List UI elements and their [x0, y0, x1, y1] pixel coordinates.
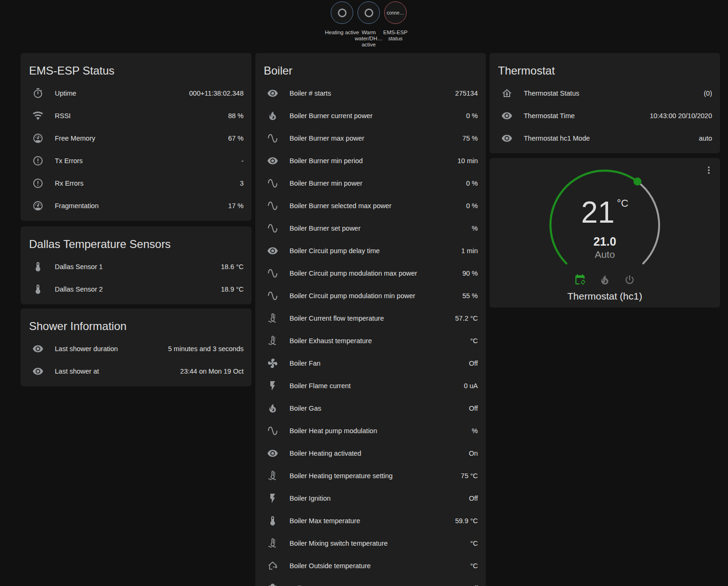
- entity-row[interactable]: Boiler Flame current 0 uA: [255, 375, 486, 397]
- badge-circle: [357, 1, 380, 24]
- entity-row[interactable]: Last shower at 23:44 on Mon 19 Oct: [21, 360, 252, 383]
- dallas-sensors-card: Dallas Temperature Sensors Dallas Sensor…: [21, 226, 252, 304]
- status-badge[interactable]: Heating active: [331, 1, 353, 48]
- entity-state: Off: [469, 495, 478, 502]
- entity-row[interactable]: Dallas Sensor 1 18.6 °C: [21, 255, 252, 278]
- gauge-icon: [32, 133, 44, 144]
- entity-name: Free Memory: [55, 135, 224, 142]
- entity-row[interactable]: Boiler Heat pump modulation %: [255, 420, 486, 442]
- entity-row[interactable]: Thermostat Status (0): [490, 82, 720, 105]
- entity-name: Thermostat hc1 Mode: [524, 135, 695, 142]
- entity-row[interactable]: Boiler Circuit pump delay time 1 min: [255, 240, 486, 262]
- mode-button[interactable]: [599, 274, 611, 286]
- entity-row[interactable]: Boiler Exhaust temperature °C: [255, 330, 486, 352]
- mode-button[interactable]: [624, 274, 636, 286]
- entity-row[interactable]: Boiler Burner set power %: [255, 217, 486, 240]
- entity-row[interactable]: Boiler Mixing switch temperature °C: [255, 532, 486, 555]
- entity-state: 3: [240, 180, 244, 187]
- entity-rows: Uptime 000+11:38:02.348 RSSI 88 % Free M…: [21, 82, 252, 221]
- entity-row[interactable]: Boiler Burner current power 0 %: [255, 105, 486, 127]
- entity-row[interactable]: Dallas Sensor 2 18.9 °C: [21, 278, 252, 301]
- entity-name: Dallas Sensor 2: [55, 285, 217, 293]
- entity-state: 75 °C: [461, 472, 478, 480]
- entity-row[interactable]: Boiler # starts 275134: [255, 82, 486, 105]
- entity-state: 57.2 °C: [455, 315, 478, 322]
- entity-state: %: [472, 427, 478, 435]
- dial-handle[interactable]: [633, 178, 641, 186]
- entity-state: 0 %: [466, 202, 478, 210]
- ring-icon: [336, 7, 349, 19]
- entity-row[interactable]: Fragmentation 17 %: [21, 195, 252, 217]
- status-badge[interactable]: Warm water/DH… active: [357, 1, 380, 48]
- entity-row[interactable]: Boiler Burner min period 10 min: [255, 150, 486, 172]
- entity-row[interactable]: Boiler Current flow temperature 57.2 °C: [255, 307, 486, 330]
- temperature-unit: °C: [617, 197, 629, 209]
- entity-row[interactable]: Boiler Burner min power 0 %: [255, 172, 486, 195]
- current-temperature: 21°C: [490, 197, 720, 227]
- fan-icon: [267, 358, 278, 369]
- eye-icon: [267, 155, 278, 166]
- entity-row[interactable]: Boiler Fan Off: [255, 352, 486, 375]
- flash-icon: [267, 380, 278, 391]
- eye-icon: [501, 133, 513, 144]
- entity-state: 10:43:00 20/10/2020: [650, 112, 712, 120]
- entity-row[interactable]: Boiler Burner max power 75 %: [255, 127, 486, 150]
- entity-name: Boiler Circuit pump modulation min power: [290, 292, 459, 300]
- entity-row[interactable]: Boiler Pump Off: [255, 577, 486, 586]
- entity-row[interactable]: Free Memory 67 %: [21, 127, 252, 150]
- entity-row[interactable]: Uptime 000+11:38:02.348: [21, 82, 252, 105]
- entity-name: Boiler Burner selected max power: [290, 202, 462, 210]
- badge-state-text: conne…: [386, 10, 404, 15]
- entity-state: auto: [699, 135, 712, 142]
- entity-state: °C: [470, 337, 478, 345]
- entity-rows: Thermostat Status (0) Thermostat Time 10…: [490, 82, 720, 153]
- entity-row[interactable]: Boiler Max temperature 59.9 °C: [255, 510, 486, 532]
- entity-row[interactable]: Boiler Outside temperature °C: [255, 555, 486, 577]
- badge-circle: [331, 1, 353, 24]
- home-thermometer-icon: [501, 88, 513, 99]
- entity-row[interactable]: Boiler Heating activated On: [255, 442, 486, 465]
- eye-icon: [32, 343, 44, 354]
- entity-row[interactable]: Boiler Burner selected max power 0 %: [255, 195, 486, 217]
- kebab-menu-icon[interactable]: [703, 165, 714, 176]
- status-badge[interactable]: conne… EMS-ESP status: [384, 1, 407, 48]
- entity-name: RSSI: [55, 112, 224, 120]
- mode-label: Auto: [490, 249, 720, 260]
- entity-row[interactable]: Thermostat hc1 Mode auto: [490, 127, 720, 150]
- entity-row[interactable]: Tx Errors -: [21, 150, 252, 172]
- entity-state: 67 %: [228, 135, 244, 142]
- mode-button[interactable]: [574, 274, 586, 286]
- entity-state: 275134: [455, 90, 478, 97]
- entity-name: Boiler Burner min period: [290, 157, 453, 165]
- thermometer-icon: [32, 284, 44, 295]
- entity-row[interactable]: Last shower duration 5 minutes and 3 sec…: [21, 338, 252, 360]
- entity-state: (0): [704, 90, 712, 97]
- entity-state: 1 min: [461, 247, 478, 255]
- entity-row[interactable]: Boiler Circuit pump modulation max power…: [255, 262, 486, 285]
- sine-wave-icon: [267, 268, 278, 279]
- entity-state: 55 %: [462, 292, 478, 300]
- entity-name: Boiler Current flow temperature: [290, 315, 451, 322]
- entity-row[interactable]: Boiler Circuit pump modulation min power…: [255, 285, 486, 307]
- entity-rows: Dallas Sensor 1 18.6 °C Dallas Sensor 2 …: [21, 255, 252, 304]
- entity-state: 000+11:38:02.348: [189, 90, 244, 97]
- flash-icon: [267, 493, 278, 504]
- entity-row[interactable]: Boiler Gas Off: [255, 397, 486, 420]
- badge-circle: conne…: [384, 1, 407, 24]
- entity-name: Tx Errors: [55, 157, 238, 165]
- entity-row[interactable]: Rx Errors 3: [21, 172, 252, 195]
- entity-row[interactable]: RSSI 88 %: [21, 105, 252, 127]
- entity-name: Boiler Flame current: [290, 382, 460, 390]
- entity-row[interactable]: Boiler Ignition Off: [255, 487, 486, 510]
- entity-name: Last shower at: [55, 368, 177, 375]
- entity-name: Rx Errors: [55, 180, 236, 187]
- entity-state: 18.9 °C: [221, 285, 244, 293]
- entity-state: %: [472, 225, 478, 232]
- entity-state: 0 uA: [464, 382, 478, 390]
- entity-state: °C: [470, 562, 478, 570]
- entity-rows: Boiler # starts 275134 Boiler Burner cur…: [255, 82, 486, 586]
- entity-row[interactable]: Boiler Heating temperature setting 75 °C: [255, 465, 486, 487]
- entity-state: 0 %: [466, 112, 478, 120]
- entity-name: Fragmentation: [55, 202, 224, 210]
- entity-row[interactable]: Thermostat Time 10:43:00 20/10/2020: [490, 105, 720, 127]
